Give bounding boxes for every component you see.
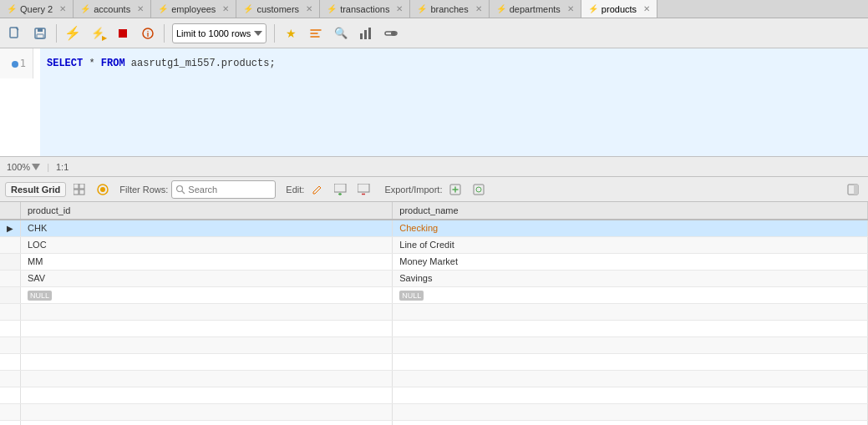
zoom-control[interactable]: 100%: [7, 162, 40, 172]
table-row[interactable]: NULLNULL: [0, 286, 868, 303]
tab-close-branches[interactable]: ✕: [475, 4, 482, 13]
edit-row-button[interactable]: [307, 180, 327, 200]
editor-area[interactable]: 1 SELECT * FROM aasrutg1_mi557.products;: [0, 48, 868, 157]
empty-cell: [0, 420, 21, 425]
beautify-button[interactable]: [304, 22, 327, 45]
export-button[interactable]: [445, 180, 465, 200]
grid-view-button[interactable]: [69, 180, 89, 200]
table-row[interactable]: ▶CHKChecking: [0, 220, 868, 236]
empty-cell: [0, 303, 21, 320]
lightning-icon: ⚡: [158, 4, 168, 13]
row-indicator-cell: [0, 236, 21, 253]
toggle-panel-button[interactable]: [843, 180, 863, 200]
table-row-empty: [0, 370, 868, 387]
tab-label: departments: [510, 4, 561, 14]
result-toolbar: Result Grid Filter Rows: Edit: Export/Im…: [0, 177, 868, 202]
table-row[interactable]: MMMoney Market: [0, 253, 868, 270]
lightning-icon: ⚡: [80, 4, 90, 13]
tab-close-employees[interactable]: ✕: [222, 4, 229, 13]
lightning-icon: ⚡: [327, 4, 337, 13]
svg-rect-11: [74, 184, 79, 189]
svg-point-17: [177, 185, 183, 191]
tab-transactions[interactable]: ⚡ transactions ✕: [320, 0, 410, 18]
execute-button[interactable]: ⚡: [61, 22, 84, 45]
save-button[interactable]: [28, 22, 52, 45]
product-name-text: Checking: [399, 223, 438, 233]
cell-product-id[interactable]: MM: [21, 253, 393, 270]
cell-product-name[interactable]: Money Market: [393, 253, 868, 270]
import-button[interactable]: [469, 180, 489, 200]
empty-cell: [0, 403, 21, 420]
toggle-button[interactable]: [379, 22, 403, 45]
svg-rect-14: [79, 190, 84, 195]
data-grid[interactable]: product_id product_name ▶CHKCheckingLOCL…: [0, 202, 868, 425]
svg-line-18: [182, 190, 185, 194]
tab-bar: ⚡ Query 2 ✕ ⚡ accounts ✕ ⚡ employees ✕ ⚡…: [0, 0, 868, 18]
tab-label: products: [602, 4, 637, 14]
cell-product-name[interactable]: NULL: [393, 286, 868, 303]
cell-product-id[interactable]: SAV: [21, 270, 393, 286]
cell-product-id[interactable]: CHK: [21, 220, 393, 236]
status-bar: 100% | 1:1: [0, 157, 868, 177]
svg-rect-19: [334, 184, 346, 192]
tab-query2[interactable]: ⚡ Query 2 ✕: [0, 0, 74, 18]
svg-point-10: [391, 31, 396, 36]
new-file-button[interactable]: [3, 22, 27, 45]
column-product-id[interactable]: product_id: [21, 202, 393, 220]
result-grid-label[interactable]: Result Grid: [5, 182, 66, 197]
editor-content[interactable]: SELECT * FROM aasrutg1_mi557.products;: [40, 48, 868, 156]
tab-close-query2[interactable]: ✕: [59, 4, 66, 13]
empty-cell: [21, 320, 393, 336]
sql-from: FROM: [101, 58, 125, 69]
query-stats-button[interactable]: [354, 22, 378, 45]
row-indicator-cell: ▶: [0, 220, 21, 236]
tab-products[interactable]: ⚡ products ✕: [581, 0, 657, 18]
bookmark-button[interactable]: ★: [279, 22, 302, 45]
tab-departments[interactable]: ⚡ departments ✕: [490, 0, 581, 18]
tab-branches[interactable]: ⚡ branches ✕: [410, 0, 489, 18]
column-product-name[interactable]: product_name: [393, 202, 868, 220]
filter-search-input[interactable]: [188, 185, 272, 195]
limit-label: Limit to 1000 rows: [176, 28, 251, 38]
form-view-button[interactable]: [93, 180, 113, 200]
table-row[interactable]: SAVSavings: [0, 270, 868, 286]
delete-row-button[interactable]: [354, 180, 374, 200]
table-row-empty: [0, 403, 868, 420]
tab-close-transactions[interactable]: ✕: [396, 4, 403, 13]
cell-product-name[interactable]: Savings: [393, 270, 868, 286]
search-button[interactable]: 🔍: [329, 22, 353, 45]
cell-product-id[interactable]: NULL: [21, 286, 393, 303]
tab-label: transactions: [340, 4, 389, 14]
tab-close-products[interactable]: ✕: [643, 4, 650, 13]
tab-customers[interactable]: ⚡ customers ✕: [236, 0, 320, 18]
explain-button[interactable]: i: [136, 22, 160, 45]
row-indicator-header: [0, 202, 21, 220]
table-row[interactable]: LOCLine of Credit: [0, 236, 868, 253]
cell-product-name[interactable]: Line of Credit: [393, 236, 868, 253]
tab-close-customers[interactable]: ✕: [306, 4, 312, 13]
empty-cell: [393, 336, 868, 353]
cell-product-name[interactable]: Checking: [393, 220, 868, 236]
execute-current-button[interactable]: ⚡▶: [86, 22, 109, 45]
svg-rect-13: [74, 190, 79, 195]
empty-cell: [393, 403, 868, 420]
stop-button[interactable]: ⏹: [111, 22, 135, 45]
limit-select[interactable]: Limit to 1000 rows: [172, 23, 266, 43]
cursor-position: 1:1: [56, 162, 69, 172]
separator: [56, 24, 57, 43]
empty-cell: [21, 370, 393, 387]
tab-label: Query 2: [20, 4, 53, 14]
row-indicator-cell: [0, 253, 21, 270]
line-numbers: 1: [0, 48, 33, 78]
tab-accounts[interactable]: ⚡ accounts ✕: [74, 0, 151, 18]
search-icon: [175, 185, 185, 195]
lightning-icon: ⚡: [243, 4, 253, 13]
cell-product-id[interactable]: LOC: [21, 236, 393, 253]
tab-close-departments[interactable]: ✕: [567, 4, 574, 13]
insert-row-button[interactable]: [331, 180, 351, 200]
empty-cell: [21, 420, 393, 425]
filter-search-box[interactable]: [171, 180, 276, 199]
tab-close-accounts[interactable]: ✕: [137, 4, 144, 13]
empty-cell: [21, 403, 393, 420]
tab-employees[interactable]: ⚡ employees ✕: [151, 0, 236, 18]
